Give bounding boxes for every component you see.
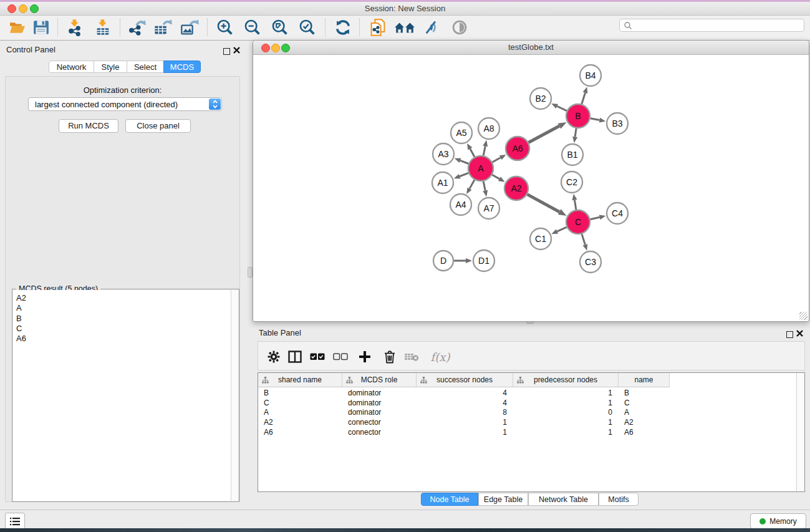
search-input[interactable] <box>619 19 804 32</box>
result-scrollbar[interactable] <box>231 290 238 501</box>
table-row[interactable]: A2connector11A2 <box>258 417 797 427</box>
column-header-successor-nodes[interactable]: successor nodes <box>417 373 513 387</box>
network-window-title: testGlobe.txt <box>253 41 809 54</box>
show-panels-button[interactable] <box>5 513 25 530</box>
zoom-in-button[interactable] <box>215 18 235 37</box>
table-row[interactable]: Bdominator41B <box>258 388 797 398</box>
table-row[interactable]: A6connector11A6 <box>258 427 797 437</box>
column-header-predecessor-nodes[interactable]: predecessor nodes <box>513 373 619 387</box>
refresh-button[interactable] <box>333 18 353 37</box>
select-all-columns-button[interactable] <box>309 349 325 365</box>
zoom-traffic-light[interactable] <box>281 44 290 52</box>
hide-graphics-details-button[interactable] <box>422 18 441 37</box>
mcds-result-group: MCDS result (5 nodes) A2ABCA6 <box>12 289 239 502</box>
tab-edge-table[interactable]: Edge Table <box>478 493 528 506</box>
table-row[interactable]: Cdominator41C <box>258 398 797 408</box>
minimize-traffic-light[interactable] <box>19 4 27 13</box>
result-list-item[interactable]: B <box>16 314 231 324</box>
graph-node-D[interactable]: D <box>433 251 453 271</box>
tab-style[interactable]: Style <box>94 60 127 73</box>
close-panel-icon[interactable] <box>796 328 803 339</box>
home-button[interactable] <box>393 18 417 37</box>
graph-node-B2[interactable]: B2 <box>530 88 551 109</box>
table-cell: A2 <box>619 418 670 427</box>
memory-button[interactable]: Memory <box>750 513 806 529</box>
float-panel-icon[interactable] <box>223 46 230 57</box>
close-panel-icon[interactable] <box>233 45 240 56</box>
network-window-titlebar[interactable]: testGlobe.txt <box>253 41 809 55</box>
tab-network[interactable]: Network <box>49 60 94 73</box>
minimize-traffic-light[interactable] <box>271 44 280 52</box>
save-session-button[interactable] <box>31 18 51 37</box>
table-row[interactable]: Adominator80A <box>258 407 797 417</box>
resize-grip-icon[interactable] <box>799 312 808 320</box>
graph-node-C3[interactable]: C3 <box>580 251 601 273</box>
column-header-name[interactable]: name <box>619 373 670 387</box>
export-image-button[interactable] <box>180 18 200 37</box>
result-list-item[interactable]: C <box>16 324 231 334</box>
zoom-fit-button[interactable] <box>270 18 290 37</box>
open-session-button[interactable] <box>7 18 27 37</box>
graph-edge <box>460 173 468 176</box>
graph-node-A4[interactable]: A4 <box>450 194 471 215</box>
export-table-button[interactable] <box>153 18 173 37</box>
split-columns-button[interactable] <box>287 349 303 365</box>
column-header-MCDS-role[interactable]: MCDS role <box>342 373 417 387</box>
run-mcds-button[interactable]: Run MCDS <box>59 119 118 133</box>
zoom-selected-button[interactable] <box>297 18 317 37</box>
graph-node-A8[interactable]: A8 <box>478 118 499 139</box>
tab-select[interactable]: Select <box>127 60 164 73</box>
graph-node-C2[interactable]: C2 <box>561 172 582 193</box>
export-network-button[interactable] <box>127 18 147 37</box>
tab-motifs[interactable]: Motifs <box>599 493 639 506</box>
graph-node-B4[interactable]: B4 <box>580 65 601 86</box>
graph-node-A7[interactable]: A7 <box>478 198 499 219</box>
result-list-item[interactable]: A <box>16 303 231 313</box>
graph-node-B3[interactable]: B3 <box>607 113 628 134</box>
graph-node-A3[interactable]: A3 <box>433 143 454 165</box>
show-details-button[interactable] <box>450 18 470 37</box>
close-traffic-light[interactable] <box>261 44 270 52</box>
graph-node-B[interactable]: B <box>566 104 590 128</box>
mcds-result-list[interactable]: A2ABCA6 <box>13 290 231 501</box>
export-image-icon <box>180 19 199 36</box>
result-list-item[interactable]: A6 <box>16 334 231 344</box>
settings-gear-button[interactable] <box>266 349 282 365</box>
column-header-shared-name[interactable]: shared name <box>258 373 342 387</box>
zoom-traffic-light[interactable] <box>30 4 39 13</box>
unselect-all-columns-button[interactable] <box>332 349 349 365</box>
duplicate-network-button[interactable] <box>368 18 388 37</box>
criterion-select[interactable]: largest connected component (directed) <box>28 97 222 111</box>
add-column-button[interactable] <box>357 349 373 365</box>
tab-mcds[interactable]: MCDS <box>163 60 201 73</box>
split-divider-handle[interactable] <box>248 267 253 278</box>
zoom-out-button[interactable] <box>243 18 263 37</box>
graph-node-A[interactable]: A <box>468 156 493 181</box>
tab-network-table[interactable]: Network Table <box>528 493 599 506</box>
tab-node-table[interactable]: Node Table <box>421 493 478 506</box>
result-list-item[interactable]: A2 <box>16 293 231 303</box>
float-panel-icon[interactable] <box>786 329 793 341</box>
graph-node-A2[interactable]: A2 <box>504 177 528 200</box>
import-table-button[interactable] <box>93 18 113 37</box>
close-traffic-light[interactable] <box>7 4 16 13</box>
network-canvas[interactable]: B4B2BB3A8A5A6A3B1AA1C2A2A4A7C4CC1C3DD1 <box>253 55 809 321</box>
graph-node-A6[interactable]: A6 <box>506 137 529 160</box>
import-network-button[interactable] <box>65 18 85 37</box>
table-scrollbar[interactable] <box>796 373 804 491</box>
graph-node-C1[interactable]: C1 <box>530 228 551 249</box>
graph-edge <box>582 234 585 244</box>
graph-node-A1[interactable]: A1 <box>432 172 453 193</box>
graph-node-C4[interactable]: C4 <box>607 203 628 224</box>
svg-text:A3: A3 <box>438 149 448 159</box>
graph-node-C[interactable]: C <box>566 210 590 234</box>
graph-edge <box>529 126 559 142</box>
graph-node-D1[interactable]: D1 <box>473 250 494 271</box>
function-builder-button[interactable]: f(x) <box>428 349 453 365</box>
graph-node-A5[interactable]: A5 <box>451 122 472 143</box>
graph-node-B1[interactable]: B1 <box>562 144 583 165</box>
delete-columns-button[interactable] <box>382 349 398 365</box>
delete-table-button[interactable] <box>403 349 420 365</box>
close-panel-button[interactable]: Close panel <box>125 119 191 133</box>
svg-text:D: D <box>440 256 446 266</box>
